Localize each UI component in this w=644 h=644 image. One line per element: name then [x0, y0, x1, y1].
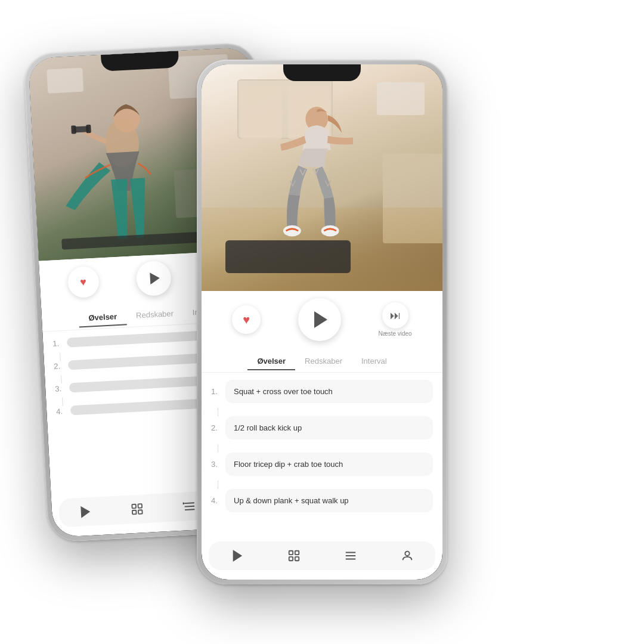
exercise-item-3: 3. Floor tricep dip + crab toe touch	[211, 453, 433, 476]
exercise-num-2: 2.	[211, 423, 225, 432]
nav-list-back[interactable]	[181, 498, 198, 515]
exercise-item-1: 1. Squat + cross over toe touch	[211, 380, 433, 403]
connector-3	[62, 398, 63, 406]
heart-icon-back: ♥	[80, 275, 87, 289]
exercise-num-back-2: 2.	[54, 361, 69, 370]
person-svg-front	[225, 88, 374, 267]
phone-front: ♥ ⏭ Næste video	[197, 60, 447, 584]
exercise-num-1: 1.	[211, 387, 225, 396]
tab-redskaber-back[interactable]: Redskaber	[126, 305, 183, 325]
phone-front-notch	[283, 64, 361, 81]
nav-grid-back[interactable]	[129, 500, 146, 518]
exercise-card-3[interactable]: Floor tricep dip + crab toe touch	[225, 453, 433, 476]
exercise-item-4: 4. Up & down plank + squat walk up	[211, 489, 433, 512]
play-button-back[interactable]	[135, 260, 172, 296]
connector-2	[61, 375, 62, 383]
connector-f1	[218, 408, 218, 416]
exercise-num-back-4: 4.	[56, 406, 71, 416]
video-icon-front	[231, 549, 244, 562]
user-icon-front	[401, 549, 414, 562]
svg-line-12	[184, 506, 194, 507]
nav-video-back[interactable]	[76, 503, 94, 521]
svg-rect-10	[138, 510, 143, 514]
next-control-front[interactable]: ⏭ Næste video	[379, 302, 412, 337]
nav-user-front[interactable]	[399, 547, 416, 564]
tab-ovelser-back[interactable]: Øvelser	[79, 308, 127, 327]
svg-rect-8	[138, 504, 143, 508]
controls-bar-front: ♥ ⏭ Næste video	[202, 291, 442, 348]
exercise-num-back-3: 3.	[55, 383, 70, 393]
grid-icon-back	[131, 502, 144, 516]
exercise-num-3: 3.	[211, 460, 225, 469]
skip-icon-front: ⏭	[390, 309, 401, 322]
nav-list-front[interactable]	[342, 547, 359, 564]
video-area-front	[202, 64, 442, 291]
exercise-card-4[interactable]: Up & down plank + squat walk up	[225, 489, 433, 512]
tab-interval-front[interactable]: Interval	[352, 353, 397, 370]
phone-front-shell: ♥ ⏭ Næste video	[197, 60, 447, 584]
list-icon-back	[182, 500, 196, 513]
svg-point-18	[321, 225, 339, 237]
heart-button-back[interactable]: ♥	[67, 266, 100, 299]
grid-icon-front	[287, 549, 301, 562]
nav-grid-front[interactable]	[286, 547, 302, 564]
list-icon-front	[344, 549, 357, 562]
tab-redskaber-front[interactable]: Redskaber	[295, 353, 352, 370]
nav-video-front[interactable]	[229, 547, 246, 564]
svg-marker-19	[233, 551, 241, 561]
exercise-num-4: 4.	[211, 496, 225, 505]
workout-bg-front	[202, 64, 442, 291]
svg-point-14	[182, 503, 184, 504]
shelf-decor	[377, 82, 425, 115]
svg-rect-21	[295, 551, 298, 555]
svg-rect-22	[289, 557, 292, 561]
svg-point-27	[405, 552, 409, 556]
svg-marker-6	[81, 507, 89, 517]
exercise-card-2[interactable]: 1/2 roll back kick up	[225, 416, 433, 439]
tab-ovelser-front[interactable]: Øvelser	[247, 353, 295, 370]
svg-rect-7	[132, 504, 137, 509]
exercise-item-2: 2. 1/2 roll back kick up	[211, 416, 433, 439]
tabs-front: Øvelser Redskaber Interval	[202, 348, 442, 373]
svg-point-17	[283, 225, 301, 237]
svg-rect-23	[295, 557, 298, 561]
heart-icon-front: ♥	[243, 313, 250, 327]
exercise-card-1[interactable]: Squat + cross over toe touch	[225, 380, 433, 403]
exercise-num-back-1: 1.	[52, 338, 67, 348]
video-icon-back	[78, 505, 92, 519]
next-button-front[interactable]: ⏭	[382, 302, 408, 329]
connector-1	[60, 352, 61, 361]
connector-f2	[218, 444, 218, 453]
phone-front-inner: ♥ ⏭ Næste video	[202, 64, 442, 580]
svg-rect-3	[71, 125, 76, 134]
bottom-nav-front	[209, 541, 435, 570]
heart-button-front[interactable]: ♥	[232, 305, 261, 334]
connector-f3	[218, 481, 218, 489]
play-icon-front	[314, 311, 327, 328]
svg-rect-20	[289, 551, 292, 555]
svg-rect-9	[132, 510, 137, 515]
play-icon-back	[150, 272, 160, 284]
next-label-front: Næste video	[379, 330, 412, 337]
exercise-list-front: 1. Squat + cross over toe touch 2. 1/2 r…	[202, 373, 442, 538]
phone-container: ♥ ⏭ Næste	[0, 0, 644, 644]
phone-front-screen: ♥ ⏭ Næste video	[202, 64, 442, 580]
svg-rect-4	[86, 125, 91, 133]
play-button-front[interactable]	[298, 298, 341, 341]
svg-line-13	[185, 509, 194, 510]
scene: ♥ ⏭ Næste	[0, 0, 644, 644]
svg-line-11	[184, 503, 194, 503]
